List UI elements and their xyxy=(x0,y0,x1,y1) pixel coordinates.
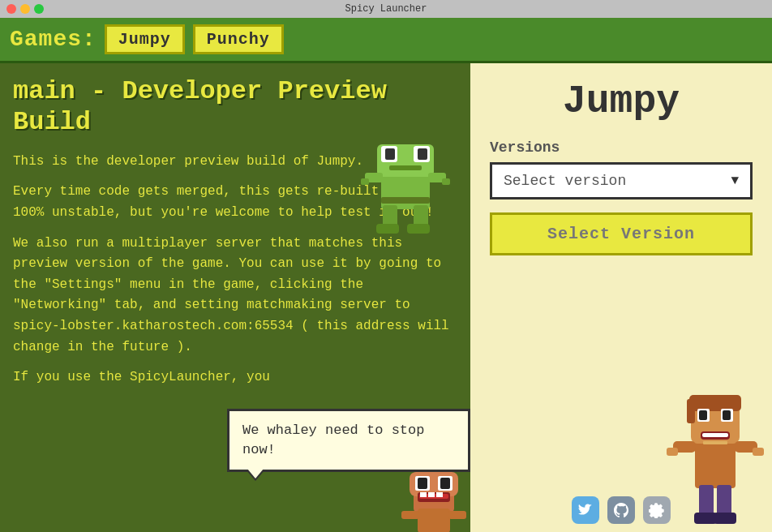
maximize-button[interactable] xyxy=(34,4,44,14)
svg-rect-13 xyxy=(381,197,430,204)
svg-rect-37 xyxy=(723,410,731,420)
games-bar: Games: Jumpy Punchy xyxy=(0,18,772,63)
version-dropdown-text: Select version xyxy=(504,173,626,189)
svg-rect-14 xyxy=(361,178,369,185)
minimize-button[interactable] xyxy=(20,4,30,14)
svg-rect-15 xyxy=(442,178,450,185)
traffic-lights xyxy=(6,4,44,14)
desc-p3: We also run a multiplayer server that ma… xyxy=(13,234,457,358)
svg-rect-33 xyxy=(687,399,695,423)
svg-rect-30 xyxy=(695,440,736,488)
svg-rect-12 xyxy=(407,224,430,234)
pixel-person-decoration xyxy=(658,375,772,532)
svg-rect-28 xyxy=(401,511,419,519)
social-icons xyxy=(572,496,671,524)
main-content: main - Developer Preview Build This is t… xyxy=(0,63,772,532)
speech-bubble-text: We whaley need to stop now! xyxy=(242,423,424,457)
svg-rect-24 xyxy=(420,492,427,497)
svg-rect-44 xyxy=(694,513,717,524)
chevron-down-icon: ▼ xyxy=(731,174,739,188)
svg-rect-27 xyxy=(418,508,450,532)
github-icon[interactable] xyxy=(607,496,635,524)
versions-label: Versions xyxy=(490,139,560,156)
window-title: Spicy Launcher xyxy=(345,3,427,15)
svg-rect-20 xyxy=(418,478,427,489)
version-select-wrapper: Select version ▼ xyxy=(490,162,753,200)
twitter-icon[interactable] xyxy=(572,496,599,524)
version-dropdown[interactable]: Select version ▼ xyxy=(490,162,753,200)
svg-rect-29 xyxy=(448,511,466,519)
svg-rect-46 xyxy=(703,441,727,444)
desc-p4: If you use the SpicyLauncher, you xyxy=(13,367,457,388)
close-button[interactable] xyxy=(6,4,16,14)
svg-rect-47 xyxy=(667,448,678,456)
titlebar: Spicy Launcher xyxy=(0,0,772,18)
svg-rect-6 xyxy=(389,165,422,170)
speech-bubble-container: We whaley need to stop now! xyxy=(227,409,470,472)
tab-punchy[interactable]: Punchy xyxy=(193,24,284,54)
right-panel: Jumpy Versions Select version ▼ Select V… xyxy=(470,63,772,532)
select-version-button[interactable]: Select Version xyxy=(490,212,753,255)
svg-rect-45 xyxy=(714,513,736,524)
svg-rect-5 xyxy=(418,148,427,160)
svg-rect-11 xyxy=(376,224,399,234)
svg-rect-21 xyxy=(440,478,450,489)
svg-rect-25 xyxy=(428,492,435,497)
svg-rect-32 xyxy=(689,395,741,411)
pixel-char-bottom xyxy=(397,472,470,532)
svg-rect-4 xyxy=(385,148,395,160)
svg-rect-48 xyxy=(753,448,764,456)
games-label: Games: xyxy=(10,27,96,52)
speech-bubble: We whaley need to stop now! xyxy=(227,409,470,472)
tab-jumpy[interactable]: Jumpy xyxy=(105,24,185,54)
left-panel: main - Developer Preview Build This is t… xyxy=(0,63,470,532)
svg-rect-39 xyxy=(702,433,728,437)
game-title: Jumpy xyxy=(563,79,680,123)
pixel-frog-decoration xyxy=(357,128,454,242)
svg-rect-36 xyxy=(699,410,707,420)
svg-rect-26 xyxy=(436,492,443,497)
